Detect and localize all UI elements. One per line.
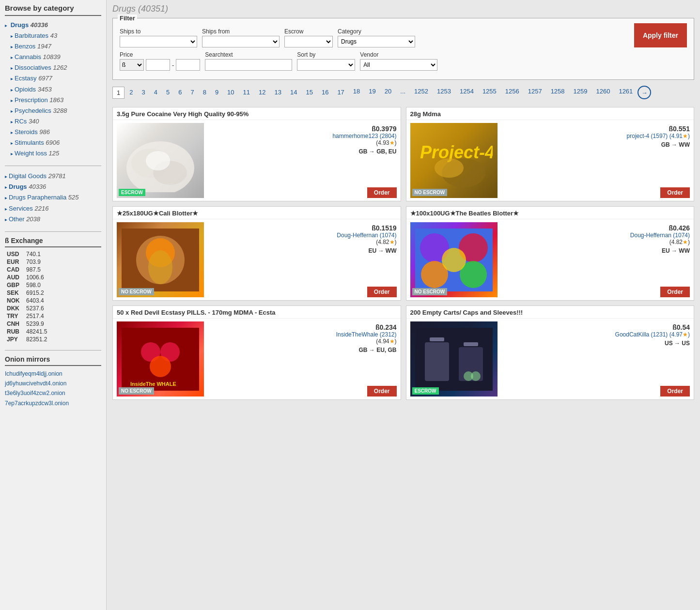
currency-cnh: CNH <box>5 320 24 328</box>
product-vendor-1[interactable]: hammerhome123 (2804) <box>332 133 396 139</box>
sidebar-item-drugs-main[interactable]: ▸Drugs 40336 <box>5 182 101 192</box>
price-currency-select[interactable]: ß <box>120 59 144 71</box>
order-button-5[interactable]: Order <box>367 386 397 396</box>
product-vendor-4[interactable]: Doug-Heffernan (1074) <box>630 232 690 239</box>
sidebar-item-drugs-paraphernalia[interactable]: ▸Drugs Paraphernalia 525 <box>5 192 101 203</box>
svg-text:InsideThe WHALE: InsideThe WHALE <box>130 381 176 387</box>
page-1-current[interactable]: 1 <box>112 87 124 99</box>
page-6[interactable]: 6 <box>174 87 186 99</box>
price-min-input[interactable] <box>146 59 170 71</box>
filter-row-1: Ships to Ships from Escrow <box>120 23 687 47</box>
mirror-link-4[interactable]: 7ep7acrkupzdcw3l.onion <box>5 398 101 408</box>
filter-box: Filter Ships to Ships from Escrow <box>112 18 694 80</box>
sidebar-item-psychedelics[interactable]: ▸Psychedelics 3288 <box>11 106 101 116</box>
page-20[interactable]: 20 <box>381 86 395 99</box>
product-vendor-2[interactable]: project-4 (1597) (4.91★) <box>627 133 690 139</box>
sidebar-item-digital-goods[interactable]: ▸Digital Goods 29781 <box>5 171 101 182</box>
page-1261[interactable]: 1261 <box>615 86 637 99</box>
sort-by-select[interactable] <box>297 59 355 71</box>
page-title: Drugs (40351) <box>112 4 694 14</box>
ships-to-label: Ships to <box>120 28 197 35</box>
page-10[interactable]: 10 <box>223 87 238 99</box>
page-16[interactable]: 16 <box>318 87 332 99</box>
product-image-6 <box>410 321 498 396</box>
ships-from-select[interactable] <box>202 36 280 47</box>
page-9[interactable]: 9 <box>211 87 222 99</box>
sidebar-item-dissociatives[interactable]: ▸Dissociatives 1262 <box>11 62 101 73</box>
page-8[interactable]: 8 <box>199 87 210 99</box>
page-1257[interactable]: 1257 <box>524 86 546 99</box>
sidebar-item-services[interactable]: ▸Services 2216 <box>5 203 101 214</box>
bullet-icon: ▸ <box>11 130 13 135</box>
sidebar-item-weight-loss[interactable]: ▸Weight loss 125 <box>11 148 101 159</box>
order-button-6[interactable]: Order <box>660 386 690 396</box>
rate-cad: 987.5 <box>24 266 101 274</box>
page-17[interactable]: 17 <box>333 87 348 99</box>
vendor-select[interactable]: All <box>360 59 437 71</box>
page-1254[interactable]: 1254 <box>456 86 478 99</box>
order-button-3[interactable]: Order <box>367 287 397 297</box>
mirror-link-3[interactable]: t3e6ly3uoif4zcw2.onion <box>5 388 101 398</box>
sidebar-item-stimulants[interactable]: ▸Stimulants 6906 <box>11 137 101 148</box>
page-1259[interactable]: 1259 <box>570 86 591 99</box>
page-5[interactable]: 5 <box>162 87 173 99</box>
sidebar-item-cannabis[interactable]: ▸Cannabis 10839 <box>11 52 101 62</box>
product-shipping-4: EU → WW <box>662 247 690 254</box>
page-1260[interactable]: 1260 <box>592 86 614 99</box>
page-1256[interactable]: 1256 <box>501 86 523 99</box>
page-3[interactable]: 3 <box>138 87 149 99</box>
product-vendor-5[interactable]: InsideTheWhale (2312) <box>336 331 397 338</box>
page-18[interactable]: 18 <box>349 86 364 99</box>
price-max-input[interactable] <box>176 59 200 71</box>
page-14[interactable]: 14 <box>286 87 301 99</box>
sidebar-item-drugs-heading[interactable]: ▸ Drugs 40336 <box>5 20 101 30</box>
product-vendor-3[interactable]: Doug-Heffernan (1074) <box>337 232 396 239</box>
page-7[interactable]: 7 <box>187 87 198 99</box>
product-image-2: Project-4 <box>410 123 498 198</box>
sort-by-group: Sort by <box>297 51 355 71</box>
ships-to-select[interactable] <box>120 36 197 47</box>
sidebar-item-opioids[interactable]: ▸Opioids 3453 <box>11 84 101 95</box>
category-select[interactable]: Drugs <box>338 36 415 47</box>
pagination-ellipsis: ... <box>396 86 409 99</box>
pagination-next[interactable]: → <box>638 86 651 99</box>
exchange-title: ß Exchange <box>5 237 101 247</box>
pagination-row-2: 18 19 20 ... 1252 1253 1254 1255 1256 12… <box>349 86 651 99</box>
mirror-link-2[interactable]: jd6yhuwcivehvdt4.onion <box>5 379 101 388</box>
page-1253[interactable]: 1253 <box>433 86 455 99</box>
page-1252[interactable]: 1252 <box>410 86 432 99</box>
product-info-5: ß0.234 InsideTheWhale (2312) (4.94★) GB … <box>208 321 397 396</box>
mirror-link-1[interactable]: Ichudifyeqm4ldjj.onion <box>5 369 101 379</box>
sidebar-item-prescription[interactable]: ▸Prescription 1863 <box>11 95 101 106</box>
sidebar-item-rcs[interactable]: ▸RCs 340 <box>11 116 101 127</box>
page-4[interactable]: 4 <box>150 87 161 99</box>
page-11[interactable]: 11 <box>239 87 254 99</box>
sidebar-item-barbiturates[interactable]: ▸Barbiturates 43 <box>11 30 101 41</box>
page-19[interactable]: 19 <box>365 86 379 99</box>
drugs-link[interactable]: Drugs 40336 <box>11 21 48 29</box>
no-escrow-badge-3: NO ESCROW <box>119 288 154 295</box>
order-button-1[interactable]: Order <box>367 187 397 198</box>
exchange-table: USD740.1 EUR703.9 CAD987.5 AUD1006.6 GBP… <box>5 250 101 343</box>
order-button-2[interactable]: Order <box>660 187 690 198</box>
escrow-select[interactable] <box>284 36 333 47</box>
bullet-icon: ▸ <box>5 206 7 212</box>
page-13[interactable]: 13 <box>271 87 285 99</box>
sidebar-item-ecstasy[interactable]: ▸Ecstasy 6977 <box>11 73 101 84</box>
page-1258[interactable]: 1258 <box>547 86 569 99</box>
sidebar-item-steroids[interactable]: ▸Steroids 986 <box>11 127 101 137</box>
sidebar-item-other[interactable]: ▸Other 2038 <box>5 214 101 225</box>
page-2[interactable]: 2 <box>125 87 137 99</box>
product-price-1: ß0.3979 <box>372 125 396 133</box>
sidebar-item-benzos[interactable]: ▸Benzos 1947 <box>11 41 101 52</box>
page-15[interactable]: 15 <box>302 87 316 99</box>
order-button-4[interactable]: Order <box>660 287 690 297</box>
product-vendor-6[interactable]: GoodCatKilla (1231) (4.97★) <box>615 331 690 338</box>
searchtext-input[interactable] <box>205 59 292 71</box>
sidebar-divider <box>5 166 101 166</box>
svg-point-6 <box>435 158 464 178</box>
page-1255[interactable]: 1255 <box>479 86 500 99</box>
ships-from-label: Ships from <box>202 28 280 35</box>
page-12[interactable]: 12 <box>255 87 269 99</box>
apply-filter-button[interactable]: Apply filter <box>634 23 687 47</box>
